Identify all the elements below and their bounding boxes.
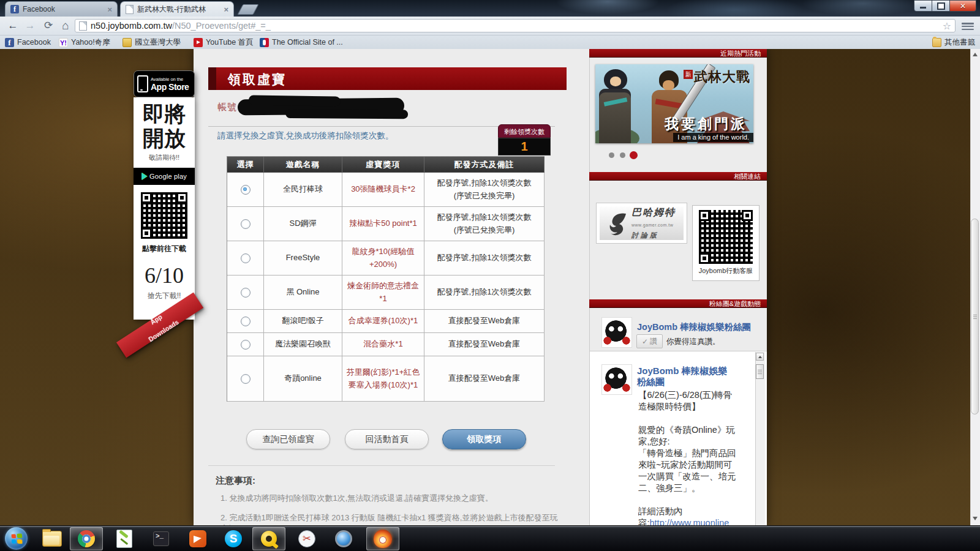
chrome-menu-icon[interactable] <box>962 23 974 30</box>
feed-scroll-thumb[interactable] <box>756 364 764 379</box>
like-button[interactable]: ✓讚 <box>636 334 663 348</box>
account-redaction <box>238 98 404 116</box>
address-bar[interactable]: n50.joybomb.com.tw/N50_Proevents/get#_=_… <box>75 19 956 32</box>
event-banner[interactable]: 新 武林大戰 我要創門派 I am a king of the world. <box>595 64 753 143</box>
scrollbar-thumb[interactable] <box>971 219 979 414</box>
orange-app-icon <box>189 530 206 547</box>
instruction-text: 請選擇兌換之虛寶,兌換成功後將扣除領獎次數。 <box>217 130 393 141</box>
radio-button[interactable] <box>241 288 251 298</box>
character-art <box>663 80 674 91</box>
fan-post-link[interactable]: http://www.muonline <box>650 518 729 525</box>
taskbar-game[interactable] <box>366 527 399 550</box>
bookmark-label: Facebook <box>17 38 51 47</box>
back-button[interactable]: ← <box>5 18 21 33</box>
delivery-method: 配發序號,扣除1次領獎次數 (序號已兌換完畢) <box>424 207 545 241</box>
bookmark-star-icon[interactable]: ☆ <box>943 20 951 32</box>
home-button[interactable]: ⌂ <box>58 18 74 33</box>
game-name: SD鋼彈 <box>264 207 342 241</box>
page-favicon-icon <box>126 5 134 14</box>
radio-button[interactable] <box>241 340 251 350</box>
prize-name: 芬里爾(幻影)*1+紅色要塞入場券(10次)*1 <box>342 356 424 402</box>
app-store-badge[interactable]: Available on the App Store <box>134 70 195 97</box>
tab-close-icon[interactable]: × <box>107 6 112 13</box>
prize-name: 30張隨機球員卡*2 <box>342 173 424 207</box>
bahamut-link-box[interactable]: 巴哈姆特 www.gamer.com.tw 討論版 <box>596 203 687 244</box>
service-qr-box: Joybomb行動客服 <box>692 205 760 281</box>
minimize-button[interactable] <box>914 0 932 12</box>
fan-page-link[interactable]: JoyBomb 棒辣椒娛樂粉絲團 <box>637 321 751 333</box>
yahoo-icon: Y! <box>59 38 68 47</box>
yellow-pin-icon <box>261 531 277 547</box>
carousel-dot[interactable] <box>620 152 625 158</box>
game-name: 全民打棒球 <box>264 173 342 207</box>
facebook-icon: f <box>5 38 14 47</box>
bookmark-youtube[interactable]: YouTube 首頁 <box>194 37 254 48</box>
taskbar-explorer[interactable] <box>36 527 69 550</box>
table-row-radio-cell <box>227 207 264 241</box>
new-tab-button[interactable] <box>237 4 258 15</box>
service-qr-code <box>699 210 753 264</box>
feed-scroll-up-icon[interactable] <box>756 353 764 361</box>
table-row-radio-cell <box>227 173 264 207</box>
bookmark-yahoo[interactable]: Y! Yahoo!奇摩 <box>59 37 110 48</box>
google-play-badge[interactable]: Google play <box>134 168 195 185</box>
tab-active-event-page[interactable]: 新武林大戰-行動武林 × <box>120 1 234 17</box>
claim-prize-button[interactable]: 領取獎項 <box>442 429 526 449</box>
scroll-down-icon[interactable] <box>973 517 978 520</box>
radio-button[interactable] <box>241 253 251 263</box>
taskbar-blue-app[interactable] <box>327 527 360 550</box>
bookmark-mlb[interactable]: The Official Site of ... <box>260 37 343 48</box>
download-qr-code[interactable] <box>141 192 187 239</box>
fireball-game-icon <box>374 530 392 548</box>
taskbar-orange-app[interactable] <box>181 527 214 550</box>
taskbar-snipping-tool[interactable]: ✂ <box>290 527 323 550</box>
prize-table: 選擇 遊戲名稱 虛寶獎項 配發方式及備註 全民打棒球 30張隨機球員卡*2 配發… <box>227 156 545 402</box>
bookmark-label: 其他書籤 <box>944 37 975 48</box>
radio-button[interactable] <box>241 374 251 384</box>
taskbar-skype[interactable]: S <box>217 527 250 550</box>
appstore-line1: Available on the <box>151 77 189 82</box>
note-1: 1. 兌換成功將同時扣除領取次數1次,無法取消或退還,請確實選擇兌換之虛寶。 <box>221 493 564 504</box>
other-bookmarks-folder[interactable]: 其他書籤 <box>932 37 975 48</box>
back-to-event-home-button[interactable]: 回活動首頁 <box>345 429 429 449</box>
maximize-button[interactable] <box>932 0 949 12</box>
forward-button[interactable]: → <box>22 18 38 33</box>
radio-button[interactable] <box>241 317 251 326</box>
taskbar-chrome[interactable] <box>70 527 103 550</box>
tab-strip: f Facebook × 新武林大戰-行動武林 × ✕ <box>0 0 980 17</box>
taskb​ar-pin-app[interactable] <box>252 527 285 550</box>
carousel-dot[interactable] <box>609 152 614 158</box>
radio-button[interactable] <box>241 185 251 195</box>
tab-close-icon[interactable]: × <box>224 6 228 13</box>
content-panel: 領取虛寶 帳號 請選擇兌換之虛寶,兌換成功後將扣除領獎次數。 剩餘領獎次數 1 … <box>194 49 767 525</box>
table-row-radio-cell <box>227 356 264 402</box>
taskbar-console[interactable]: >_ <box>145 527 178 550</box>
scroll-up-icon[interactable] <box>973 53 978 56</box>
mlb-icon <box>260 38 269 47</box>
game-name: 黑 Online <box>264 276 342 310</box>
radio-button[interactable] <box>241 219 251 229</box>
close-button[interactable]: ✕ <box>949 0 976 12</box>
qr-caption: 點擊前往下載 <box>134 244 195 254</box>
start-button[interactable] <box>5 527 28 550</box>
query-claimed-button[interactable]: 查詢已領虛寶 <box>246 429 330 449</box>
bookmark-facebook[interactable]: f Facebook <box>5 37 51 48</box>
joybomb-avatar <box>601 364 632 395</box>
chrome-icon <box>78 530 95 547</box>
game-name: FreeStyle <box>264 241 342 276</box>
table-row-radio-cell <box>227 310 264 333</box>
app-downloads-ribbon: App Downloads <box>116 293 203 358</box>
tab-facebook[interactable]: f Facebook × <box>5 1 118 17</box>
page-viewport: Available on the App Store 即將 開放 敬請期待!! … <box>0 49 980 525</box>
col-header-select: 選擇 <box>227 157 264 173</box>
bookmark-ntu[interactable]: 國立臺灣大學 <box>123 37 181 48</box>
carousel-dot-active[interactable] <box>630 151 638 159</box>
reload-button[interactable]: ⟳ <box>40 18 56 33</box>
stay-tuned-text: 敬請期待!! <box>134 153 195 162</box>
taskbar-notepad[interactable] <box>108 527 141 550</box>
col-header-prize: 虛寶獎項 <box>342 157 424 173</box>
fan-page-link[interactable]: JoyBomb 棒辣椒娛樂粉絲團 <box>637 365 736 388</box>
youtube-icon <box>194 38 203 47</box>
fan-page-header: 粉絲團&遊戲動態 <box>589 299 767 308</box>
coming-soon-line2: 開放 <box>134 127 195 151</box>
